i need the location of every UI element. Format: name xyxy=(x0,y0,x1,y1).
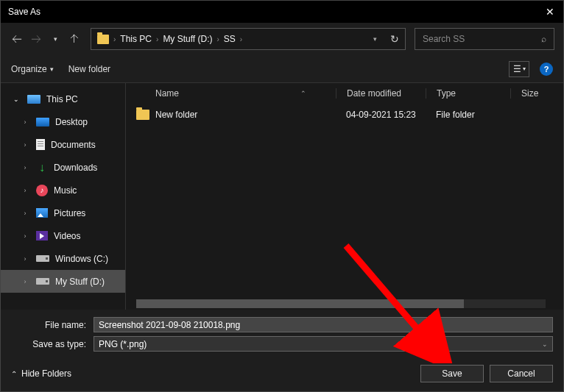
chevron-right-icon: › xyxy=(113,35,116,43)
file-name: New folder xyxy=(155,110,197,120)
sidebar-item-desktop[interactable]: › Desktop xyxy=(1,110,125,133)
chevron-down-icon: ▾ xyxy=(50,65,54,73)
save-as-type-label: Save as type: xyxy=(11,339,94,349)
breadcrumb-this-pc[interactable]: This PC xyxy=(120,34,152,44)
new-folder-button[interactable]: New folder xyxy=(68,64,110,74)
bottom-panel: File name: Save as type: PNG (*.png) ⌄ ⌃… xyxy=(1,310,563,391)
chevron-up-icon: ⌃ xyxy=(11,370,17,378)
pc-icon xyxy=(27,95,40,104)
file-row[interactable]: New folder 04-09-2021 15:23 File folder xyxy=(126,104,563,126)
expand-icon[interactable]: › xyxy=(20,118,30,126)
breadcrumb-drive[interactable]: My Stuff (D:) xyxy=(163,34,212,44)
downloads-icon: ↓ xyxy=(36,162,48,174)
sidebar-item-documents[interactable]: › Documents xyxy=(1,133,125,156)
collapse-icon[interactable]: ⌄ xyxy=(11,96,21,103)
sidebar-item-windows-c[interactable]: › Windows (C:) xyxy=(1,247,125,270)
breadcrumb-folder[interactable]: SS xyxy=(224,34,236,44)
file-list: Name ⌃ Date modified Type Size New folde… xyxy=(125,83,563,310)
search-placeholder: Search SS xyxy=(423,34,465,44)
sidebar-item-music[interactable]: › ♪ Music xyxy=(1,179,125,202)
expand-icon[interactable]: › xyxy=(20,210,30,217)
folder-icon xyxy=(97,35,109,44)
sidebar-item-downloads[interactable]: › ↓ Downloads xyxy=(1,156,125,179)
save-button[interactable]: Save xyxy=(420,365,484,382)
music-icon: ♪ xyxy=(36,185,48,196)
titlebar: Save As ✕ xyxy=(1,1,563,23)
hide-folders-button[interactable]: ⌃ Hide Folders xyxy=(11,368,71,379)
view-options-button[interactable]: ☰ ▾ xyxy=(509,61,529,77)
column-headers: Name ⌃ Date modified Type Size xyxy=(126,83,563,104)
refresh-icon[interactable]: ↻ xyxy=(390,33,399,45)
close-icon[interactable]: ✕ xyxy=(546,6,554,18)
cancel-button[interactable]: Cancel xyxy=(490,365,553,382)
column-type[interactable]: Type xyxy=(426,88,510,99)
back-button[interactable]: 🡠 xyxy=(10,32,24,46)
column-name[interactable]: Name ⌃ xyxy=(126,88,336,99)
sidebar-item-this-pc[interactable]: ⌄ This PC xyxy=(1,88,125,110)
folder-icon xyxy=(136,110,149,120)
chevron-down-icon: ▾ xyxy=(523,65,526,72)
chevron-right-icon: › xyxy=(217,35,219,43)
pictures-icon xyxy=(36,208,48,218)
sidebar-item-my-stuff-d[interactable]: › My Stuff (D:) xyxy=(1,270,125,293)
column-date[interactable]: Date modified xyxy=(336,88,426,99)
chevron-down-icon[interactable]: ▾ xyxy=(373,35,377,43)
save-as-dialog: Save As ✕ 🡠 🡢 ▾ 🡡 › This PC › My Stuff (… xyxy=(0,0,564,392)
address-bar[interactable]: › This PC › My Stuff (D:) › SS › ▾ ↻ xyxy=(91,28,406,50)
search-input[interactable]: Search SS ⌕ xyxy=(415,28,554,50)
chevron-down-icon: ⌄ xyxy=(542,341,548,348)
sidebar: ⌄ This PC › Desktop › Documents › ↓ Down… xyxy=(1,83,125,310)
documents-icon xyxy=(36,139,45,150)
recent-locations-button[interactable]: ▾ xyxy=(48,32,63,46)
chevron-right-icon: › xyxy=(156,35,158,43)
help-icon[interactable]: ? xyxy=(540,63,553,76)
expand-icon[interactable]: › xyxy=(20,278,30,285)
sort-indicator-icon: ⌃ xyxy=(300,90,306,97)
save-as-type-select[interactable]: PNG (*.png) ⌄ xyxy=(94,336,553,352)
forward-button[interactable]: 🡢 xyxy=(29,32,43,46)
column-size[interactable]: Size xyxy=(510,88,563,99)
toolbar: Organize ▾ New folder ☰ ▾ ? xyxy=(1,55,563,83)
organize-button[interactable]: Organize ▾ xyxy=(11,64,54,74)
search-icon: ⌕ xyxy=(541,34,546,44)
expand-icon[interactable]: › xyxy=(20,232,30,240)
file-type: File folder xyxy=(426,110,510,120)
drive-icon xyxy=(36,278,49,285)
window-title: Save As xyxy=(8,7,40,17)
desktop-icon xyxy=(36,118,49,126)
expand-icon[interactable]: › xyxy=(20,164,30,171)
sidebar-item-pictures[interactable]: › Pictures xyxy=(1,202,125,224)
expand-icon[interactable]: › xyxy=(20,141,30,149)
list-icon: ☰ xyxy=(513,64,521,74)
videos-icon xyxy=(36,231,48,240)
chevron-right-icon: › xyxy=(240,35,242,43)
expand-icon[interactable]: › xyxy=(20,255,30,263)
file-date: 04-09-2021 15:23 xyxy=(336,110,426,120)
filename-label: File name: xyxy=(11,320,94,330)
horizontal-scrollbar[interactable] xyxy=(136,299,546,308)
sidebar-item-videos[interactable]: › Videos xyxy=(1,224,125,247)
expand-icon[interactable]: › xyxy=(20,187,30,194)
body: ⌄ This PC › Desktop › Documents › ↓ Down… xyxy=(1,83,563,310)
nav-row: 🡠 🡢 ▾ 🡡 › This PC › My Stuff (D:) › SS ›… xyxy=(1,23,563,55)
up-button[interactable]: 🡡 xyxy=(67,32,82,46)
drive-icon xyxy=(36,255,49,262)
filename-input[interactable] xyxy=(94,317,553,332)
